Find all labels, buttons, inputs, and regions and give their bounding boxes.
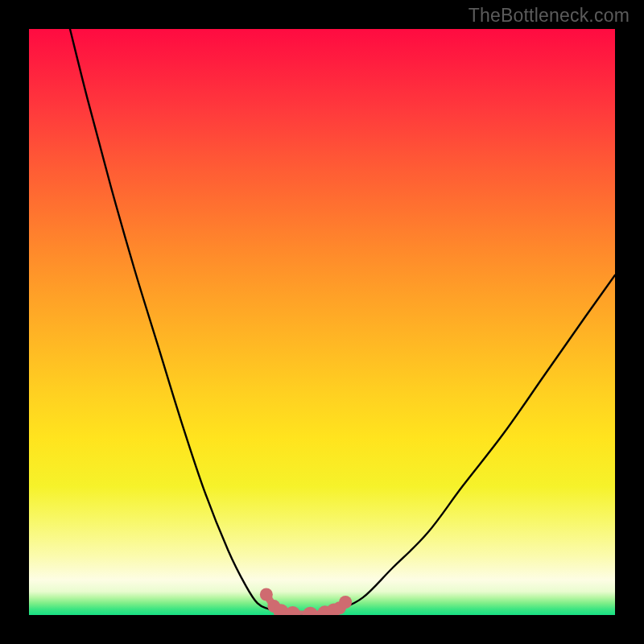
curve-layer: [29, 29, 615, 615]
bottleneck-curve: [70, 29, 615, 615]
chart-frame: TheBottleneck.com: [0, 0, 644, 644]
valley-marker-dot: [260, 588, 273, 601]
valley-marker-dot: [339, 596, 352, 609]
watermark-text: TheBottleneck.com: [469, 5, 630, 27]
plot-area: [29, 29, 615, 615]
valley-marker-dot: [303, 607, 318, 615]
